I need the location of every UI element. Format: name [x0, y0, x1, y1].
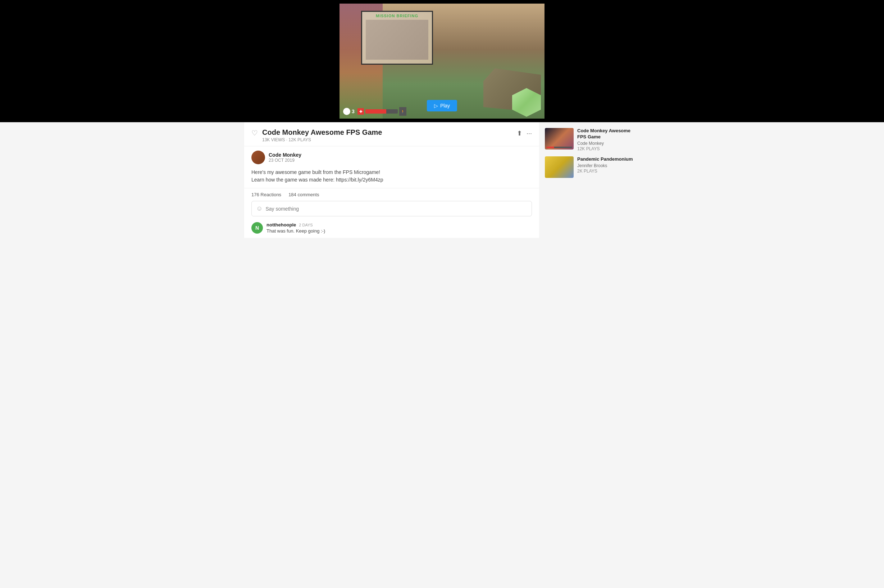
share-icon[interactable]: ⬆	[517, 129, 522, 137]
health-bar-bg	[365, 109, 398, 114]
related-plays-1: 2K PLAYS	[577, 169, 633, 174]
play-arrow-icon: ▷	[434, 103, 438, 108]
ammo-circle	[343, 108, 350, 115]
video-scene: MISSION BRIEFING 3 ✚	[340, 4, 544, 118]
related-item-0[interactable]: Code Monkey Awesome FPS Game Code Monkey…	[545, 128, 634, 152]
comment-text: That was fun. Keep going :-)	[266, 228, 325, 234]
comment-author[interactable]: notthehoople	[266, 222, 296, 228]
related-title-0: Code Monkey Awesome FPS Game	[577, 128, 634, 140]
ammo-display: 3	[343, 108, 355, 115]
related-info-1: Pandemic Pandemonium Jennifer Brooks 2K …	[577, 156, 633, 178]
related-info-0: Code Monkey Awesome FPS Game Code Monkey…	[577, 128, 634, 152]
content-area: ♡ Code Monkey Awesome FPS Game 13K VIEWS…	[244, 122, 640, 238]
ammo-count: 3	[352, 108, 355, 114]
title-info: Code Monkey Awesome FPS Game 13K VIEWS ·…	[262, 128, 382, 142]
game-title: Code Monkey Awesome FPS Game	[262, 128, 382, 136]
comment-input[interactable]	[265, 206, 527, 212]
gun-area	[472, 61, 544, 118]
comment-time: 2 DAYS	[299, 223, 313, 227]
video-frame: Tab Playthrough 🔇 Playthrough Video by C…	[340, 4, 544, 118]
left-column: ♡ Code Monkey Awesome FPS Game 13K VIEWS…	[244, 122, 539, 238]
play-button-area: ▷ Play	[427, 100, 457, 111]
related-thumb-health-fill	[546, 147, 554, 148]
heart-icon[interactable]: ♡	[251, 129, 258, 137]
related-thumb-0	[545, 128, 574, 150]
play-button[interactable]: ▷ Play	[427, 100, 457, 111]
right-column: Code Monkey Awesome FPS Game Code Monkey…	[539, 122, 640, 238]
page-wrapper: Tab Playthrough 🔇 Playthrough Video by C…	[0, 0, 884, 588]
related-thumb-1	[545, 156, 574, 178]
comment-body: notthehoople 2 DAYS That was fun. Keep g…	[266, 222, 325, 234]
reactions-count: 176 Reactions	[251, 192, 281, 197]
description-line1: Here's my awesome game built from the FP…	[251, 169, 532, 176]
comments-count: 184 comments	[289, 192, 319, 197]
title-section: ♡ Code Monkey Awesome FPS Game 13K VIEWS…	[244, 122, 539, 146]
avatar	[251, 151, 265, 164]
related-item-1[interactable]: Pandemic Pandemonium Jennifer Brooks 2K …	[545, 156, 634, 178]
author-date: 23 OCT 2019	[269, 158, 301, 163]
title-actions: ⬆ ···	[517, 129, 532, 137]
comment-avatar: N	[251, 222, 263, 234]
author-name[interactable]: Code Monkey	[269, 152, 301, 158]
game-meta: 13K VIEWS · 12K PLAYS	[262, 137, 382, 142]
related-creator-0: Code Monkey	[577, 141, 634, 146]
mission-inner-scene	[366, 20, 429, 60]
video-hud: 3 ✚ 🚶	[343, 107, 406, 116]
description: Here's my awesome game built from the FP…	[244, 169, 539, 188]
author-section: Code Monkey 23 OCT 2019	[244, 146, 539, 169]
author-details: Code Monkey 23 OCT 2019	[269, 152, 301, 163]
character-icon: 🚶	[399, 107, 406, 116]
stats-row: 176 Reactions 184 comments	[244, 188, 539, 201]
more-options-icon[interactable]: ···	[526, 130, 532, 137]
mission-screen: MISSION BRIEFING	[361, 11, 433, 65]
related-plays-0: 12K PLAYS	[577, 146, 634, 152]
comment-input-wrapper[interactable]: ☺	[251, 201, 532, 216]
comment-meta: notthehoople 2 DAYS	[266, 222, 325, 228]
comment-input-area: ☺	[244, 201, 539, 222]
health-fill	[365, 109, 386, 114]
health-bar-container: ✚ 🚶	[358, 107, 406, 116]
comment-item: N notthehoople 2 DAYS That was fun. Keep…	[244, 222, 539, 238]
emoji-icon[interactable]: ☺	[256, 205, 263, 212]
related-title-1: Pandemic Pandemonium	[577, 156, 633, 162]
title-left: ♡ Code Monkey Awesome FPS Game 13K VIEWS…	[251, 128, 382, 142]
related-creator-1: Jennifer Brooks	[577, 163, 633, 168]
play-button-label: Play	[440, 103, 450, 108]
video-section: Tab Playthrough 🔇 Playthrough Video by C…	[0, 0, 884, 122]
related-thumb-health-bar	[546, 147, 572, 148]
description-line2: Learn how the game was made here: https:…	[251, 176, 532, 184]
mission-briefing-text: MISSION BRIEFING	[376, 14, 418, 18]
health-icon: ✚	[358, 108, 364, 115]
comments-list: N notthehoople 2 DAYS That was fun. Keep…	[244, 222, 539, 238]
